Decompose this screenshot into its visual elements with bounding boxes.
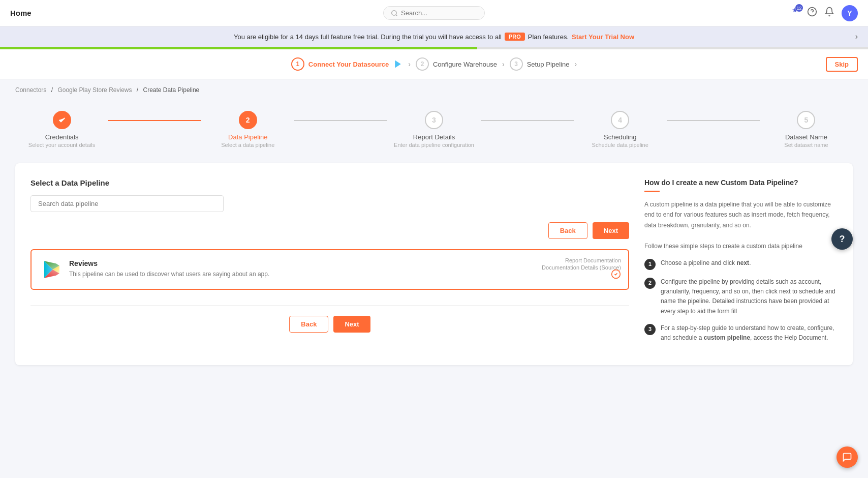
app-title: Home: [10, 9, 32, 17]
pipe-circle-3: 3: [425, 111, 443, 129]
help-desc: A custom pipeline is a data pipeline tha…: [644, 199, 838, 251]
pipe-circle-4: 4: [611, 111, 629, 129]
stepper-step-3: 3 Setup Pipeline: [510, 57, 570, 71]
breadcrumb-connectors[interactable]: Connectors: [15, 86, 46, 94]
magic-icon-button[interactable]: 12: [790, 7, 800, 19]
stepper-header: 1 Connect Your Datasource › 2 Configure …: [0, 49, 868, 79]
pipe-label-3: Report Details: [413, 133, 455, 141]
pipe-step-dataset: 5 Dataset Name Set dataset name: [760, 111, 853, 148]
skip-button[interactable]: Skip: [826, 57, 858, 72]
pro-badge: PRO: [505, 33, 525, 41]
trial-text-2: Plan features.: [528, 33, 569, 41]
notification-icon-button[interactable]: [824, 7, 834, 19]
stepper-circle-2: 2: [416, 57, 429, 71]
pipe-label-2: Data Pipeline: [228, 133, 267, 141]
help-fab-button[interactable]: ?: [831, 228, 853, 250]
bottom-back-button[interactable]: Back: [289, 316, 328, 333]
breadcrumb-google-play[interactable]: Google Play Store Reviews: [57, 86, 132, 94]
nav-icons: 12 Y: [790, 5, 858, 21]
help-list-item-3: 3 For a step-by-step guide to understand…: [644, 323, 838, 343]
stepper-circle-1: 1: [291, 57, 304, 71]
stepper-arrow-1: ›: [408, 60, 411, 68]
pipe-label-5: Dataset Name: [785, 133, 827, 141]
notification-badge: 12: [795, 4, 803, 12]
doc-details-link[interactable]: Documentation Details (Source): [542, 264, 621, 271]
search-container: [383, 6, 485, 20]
stepper-label-1: Connect Your Datasource: [308, 61, 389, 68]
help-title: How do I create a new Custom Data Pipeli…: [644, 178, 838, 187]
bottom-actions: Back Next: [30, 305, 629, 333]
top-actions: Back Next: [30, 222, 629, 239]
pipe-sublabel-4: Schedule data pipeline: [592, 142, 648, 148]
avatar[interactable]: Y: [842, 5, 858, 21]
pipeline-steps: Credentials Select your account details …: [15, 101, 853, 163]
pipe-sublabel-1: Select your account details: [28, 142, 95, 148]
banner-arrow-icon[interactable]: ›: [855, 32, 858, 41]
pipeline-item-meta: Report Documentation Documentation Detai…: [542, 257, 621, 272]
google-play-item-icon: [42, 259, 62, 280]
top-navigation: Home 12 Y: [0, 0, 868, 26]
pipe-label-4: Scheduling: [604, 133, 636, 141]
breadcrumb-current: Create Data Pipeline: [143, 86, 200, 94]
svg-marker-4: [395, 61, 401, 68]
trial-banner: You are eligible for a 14 days full feat…: [0, 26, 868, 47]
main-content: Credentials Select your account details …: [0, 101, 868, 380]
help-step-3: For a step-by-step guide to understand h…: [661, 323, 838, 343]
pipeline-check-icon: [611, 269, 621, 282]
pipe-connector-1: [108, 120, 201, 121]
pipe-circle-2: 2: [239, 111, 257, 129]
help-step-2: Configure the pipeline by providing deta…: [661, 277, 838, 316]
pipe-step-scheduling: 4 Scheduling Schedule data pipeline: [574, 111, 667, 148]
report-doc-link[interactable]: Report Documentation: [542, 257, 621, 263]
help-list-item-2: 2 Configure the pipeline by providing de…: [644, 277, 838, 316]
pipeline-item-reviews[interactable]: Reviews This pipeline can be used to dis…: [30, 249, 629, 290]
pipeline-item-desc: This pipeline can be used to discover wh…: [69, 270, 618, 279]
card-title: Select a Data Pipeline: [30, 178, 629, 187]
bottom-next-button[interactable]: Next: [333, 316, 370, 333]
pipe-circle-1: [53, 111, 71, 129]
pipe-connector-3: [481, 120, 574, 121]
stepper-circle-3: 3: [510, 57, 523, 71]
card-body: Select a Data Pipeline Back Next: [30, 178, 838, 350]
help-list-item-1: 1 Choose a pipeline and click next.: [644, 258, 838, 270]
svg-point-0: [392, 10, 396, 15]
pipe-circle-5: 5: [797, 111, 815, 129]
stepper-arrow-2: ›: [502, 60, 505, 68]
pipe-step-report: 3 Report Details Enter data pipeline con…: [387, 111, 480, 148]
top-next-button[interactable]: Next: [593, 222, 629, 239]
pipeline-item-title: Reviews: [69, 259, 618, 267]
stepper-arrow-3: ›: [574, 60, 577, 68]
pipe-sublabel-3: Enter data pipeline configuration: [394, 142, 474, 148]
google-play-step-icon: [393, 59, 403, 69]
pipe-step-data-pipeline: 2 Data Pipeline Select a data pipeline: [201, 111, 294, 148]
right-panel: How do I create a new Custom Data Pipeli…: [644, 178, 838, 350]
help-icon-button[interactable]: [807, 7, 817, 19]
help-underline: [644, 191, 660, 192]
pipe-sublabel-2: Select a data pipeline: [221, 142, 274, 148]
help-list: 1 Choose a pipeline and click next. 2 Co…: [644, 258, 838, 343]
pipe-step-credentials: Credentials Select your account details: [15, 111, 108, 148]
search-box[interactable]: [383, 6, 485, 20]
search-icon: [391, 10, 398, 17]
pipe-label-1: Credentials: [45, 133, 79, 141]
pipe-connector-4: [667, 120, 760, 121]
pipe-sublabel-5: Set dataset name: [784, 142, 828, 148]
stepper-label-3: Setup Pipeline: [527, 61, 570, 68]
stepper-step-2: 2 Configure Warehouse: [416, 57, 497, 71]
help-step-1: Choose a pipeline and click next.: [661, 258, 751, 268]
trial-link[interactable]: Start Your Trial Now: [572, 33, 634, 41]
pipe-connector-2: [294, 120, 387, 121]
trial-text-1: You are eligible for a 14 days full feat…: [234, 33, 502, 41]
stepper-step-1: 1 Connect Your Datasource: [291, 57, 403, 71]
svg-line-1: [396, 14, 397, 16]
main-card: Select a Data Pipeline Back Next: [15, 163, 853, 365]
pipeline-item-content: Reviews This pipeline can be used to dis…: [69, 259, 618, 279]
stepper-label-2: Configure Warehouse: [433, 61, 497, 68]
search-pipeline-input[interactable]: [30, 195, 224, 212]
left-panel: Select a Data Pipeline Back Next: [30, 178, 629, 350]
breadcrumb: Connectors / Google Play Store Reviews /…: [0, 79, 868, 101]
search-input[interactable]: [401, 9, 477, 17]
top-back-button[interactable]: Back: [548, 222, 587, 239]
